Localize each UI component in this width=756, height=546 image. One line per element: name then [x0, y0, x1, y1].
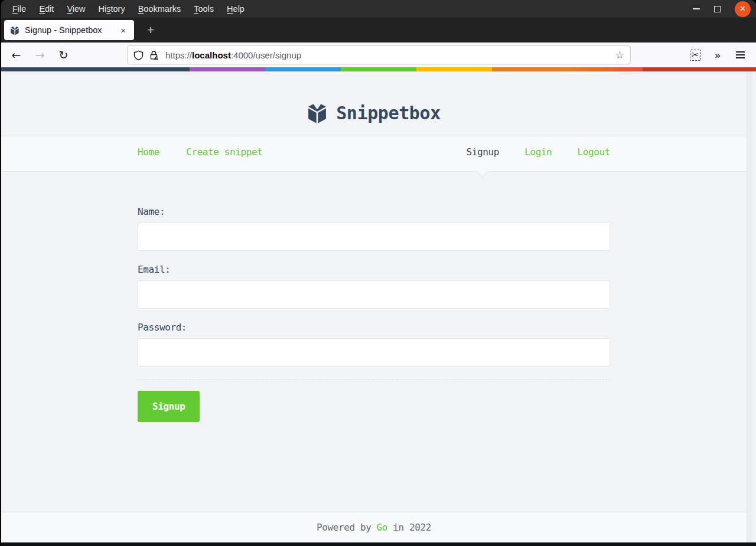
menu-bar: File Edit View History Bookmarks Tools H…	[1, 0, 756, 18]
shield-icon[interactable]	[133, 50, 144, 60]
toolbar-right-group: ✂ »	[687, 47, 748, 63]
maximize-button[interactable]	[714, 6, 721, 12]
form-group-email: Email:	[138, 264, 610, 309]
menu-file[interactable]: File	[6, 2, 32, 15]
address-bar[interactable]: https://localhost:4000/user/signup ☆	[127, 45, 631, 64]
menu-view[interactable]: View	[60, 2, 92, 15]
form-group-name: Name:	[138, 206, 610, 251]
navigation-toolbar: ← → ↻ https://localhost:4000/user/signup…	[1, 42, 756, 67]
site-nav: Home Create snippet Signup Login Logout	[1, 136, 747, 172]
nav-right: Signup Login Logout	[467, 146, 610, 171]
nav-link-create-snippet[interactable]: Create snippet	[186, 146, 262, 158]
page-viewport: Snippetbox Home Create snippet Signup Lo…	[1, 71, 756, 542]
menu-help[interactable]: Help	[220, 2, 251, 15]
brand-link[interactable]: Snippetbox	[307, 90, 441, 136]
hamburger-menu-icon[interactable]	[732, 47, 748, 63]
nav-link-signup[interactable]: Signup	[467, 146, 499, 158]
overflow-chevron-icon[interactable]: »	[709, 47, 726, 63]
favicon-cube-icon	[10, 25, 19, 35]
email-label: Email:	[138, 264, 610, 275]
menu-history[interactable]: History	[92, 2, 132, 15]
tab-title: Signup - Snippetbox	[25, 25, 102, 35]
browser-window: File Edit View History Bookmarks Tools H…	[0, 0, 756, 546]
window-bottom-edge	[1, 542, 756, 546]
signup-form: Name: Email: Password: Signup	[138, 206, 610, 422]
bookmark-star-icon[interactable]: ☆	[615, 49, 624, 61]
url-text: https://localhost:4000/user/signup	[165, 50, 301, 60]
site-header: Snippetbox	[1, 71, 747, 136]
reload-icon[interactable]: ↻	[56, 48, 71, 63]
nav-link-logout[interactable]: Logout	[578, 146, 610, 158]
email-field[interactable]	[138, 280, 610, 309]
active-tab-arrow	[477, 165, 488, 177]
password-field[interactable]	[138, 338, 610, 367]
screenshot-button[interactable]: ✂	[687, 47, 703, 63]
site-footer: Powered by Go in 2022	[1, 512, 747, 542]
back-icon[interactable]: ←	[9, 48, 24, 63]
nav-link-login[interactable]: Login	[524, 146, 552, 158]
signup-form-area: Name: Email: Password: Signup	[1, 206, 747, 512]
page-content: Snippetbox Home Create snippet Signup Lo…	[1, 71, 747, 542]
tab-close-icon[interactable]: ×	[117, 24, 129, 37]
name-field[interactable]	[138, 223, 610, 251]
forward-icon[interactable]: →	[32, 48, 47, 63]
screenshot-icon: ✂	[690, 50, 701, 61]
window-controls: ×	[693, 1, 756, 17]
go-link[interactable]: Go	[377, 522, 387, 533]
new-tab-button[interactable]: +	[142, 23, 159, 37]
scrollbar-track[interactable]	[747, 71, 752, 542]
menu-edit[interactable]: Edit	[32, 2, 60, 15]
nav-link-home[interactable]: Home	[138, 146, 159, 158]
submit-row: Signup	[138, 380, 610, 422]
snippetbox-logo-icon	[307, 102, 327, 124]
lock-warning-icon[interactable]	[149, 50, 159, 60]
menu-bookmarks[interactable]: Bookmarks	[132, 2, 188, 15]
brand-stripe	[1, 67, 756, 71]
nav-left: Home Create snippet	[138, 146, 262, 171]
close-button[interactable]: ×	[735, 1, 751, 17]
tab-bar: Signup - Snippetbox × +	[1, 18, 756, 42]
page-title: Snippetbox	[336, 103, 441, 123]
form-group-password: Password:	[138, 322, 610, 367]
nav-button-group: ← → ↻	[9, 48, 127, 63]
minimize-button[interactable]	[693, 8, 700, 9]
name-label: Name:	[138, 206, 610, 217]
password-label: Password:	[138, 322, 610, 333]
menu-tools[interactable]: Tools	[187, 2, 220, 15]
signup-submit-button[interactable]: Signup	[138, 391, 200, 422]
tab-signup-snippetbox[interactable]: Signup - Snippetbox ×	[4, 20, 134, 40]
